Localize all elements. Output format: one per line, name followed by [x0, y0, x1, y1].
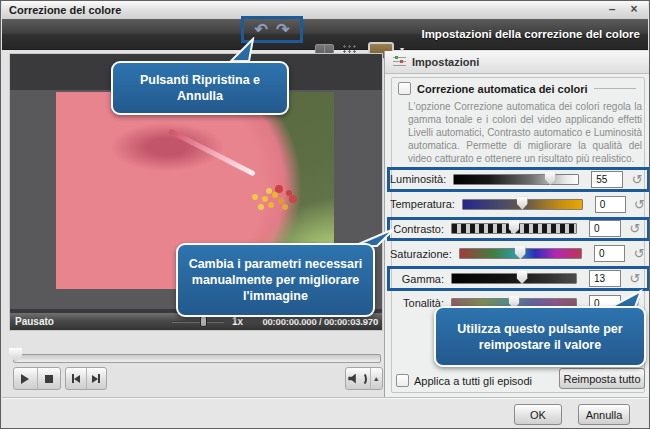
apply-all-row: Applica a tutti gli episodi: [396, 374, 532, 387]
play-icon: [21, 374, 29, 384]
volume-popup-button[interactable]: ▲: [371, 368, 382, 389]
callout-undo-redo: Pulsanti Ripristina e Annulla: [111, 61, 289, 115]
dialog-footer: OK Annulla: [2, 397, 648, 429]
flower-pistil: [168, 128, 256, 176]
time-separator: /: [317, 316, 324, 327]
slider-track[interactable]: [451, 273, 577, 284]
settings-icon: [393, 57, 406, 68]
callout-reset: Utilizza questo pulsante per reimpostare…: [434, 306, 646, 367]
volume-button[interactable]: [346, 368, 371, 389]
reset-all-button[interactable]: Reimposta tutto: [559, 368, 645, 389]
slider-row-brightness: Luminosità:55↺: [387, 167, 650, 192]
apply-all-checkbox[interactable]: [396, 374, 409, 387]
slider-row-temperature: Temperatura:0↺: [387, 192, 650, 217]
auto-correction-row: Correzione automatica dei colori: [398, 82, 642, 95]
window-title: Correzione del colore: [2, 4, 121, 16]
callout-text: Utilizza questo pulsante per reimpostare…: [446, 321, 634, 353]
slider-track[interactable]: [451, 223, 577, 234]
slider-label: Temperatura:: [390, 198, 455, 210]
slider-row-gamma: Gamma:13↺: [387, 266, 650, 291]
slider-thumb[interactable]: [517, 197, 528, 210]
slider-track[interactable]: [459, 248, 582, 259]
slider-thumb[interactable]: [545, 172, 556, 185]
time-current: 00:00:00.000: [262, 316, 316, 327]
callout-text: Cambia i parametri necessari manualmente…: [186, 256, 365, 304]
undo-icon[interactable]: ↶: [255, 22, 268, 38]
time-total: 00:00:03.970: [324, 316, 378, 327]
slider-value-input[interactable]: 0: [594, 245, 625, 262]
toolbar: ▾ Impostazioni della correzione del colo…: [2, 19, 648, 50]
slider-thumb[interactable]: [515, 246, 526, 259]
slider-track[interactable]: [462, 199, 583, 210]
auto-correction-label: Correzione automatica dei colori: [417, 83, 588, 95]
slider-reset-button[interactable]: ↺: [627, 222, 643, 235]
slider-row-contrast: Contrasto:0↺: [387, 217, 650, 242]
cancel-button[interactable]: Annulla: [578, 404, 630, 425]
slider-label: Contrasto:: [390, 223, 444, 235]
slider-reset-button[interactable]: ↺: [631, 247, 647, 260]
speed-value: 1x: [232, 316, 243, 327]
callout-text: Pulsanti Ripristina e Annulla: [125, 72, 275, 104]
toolbar-heading: Impostazioni della correzione del colore: [421, 19, 640, 49]
frame-step-group: [65, 367, 107, 390]
divider: [594, 88, 636, 89]
settings-header: Impostazioni: [385, 51, 650, 74]
seek-area: [9, 348, 383, 364]
apply-all-label: Applica a tutti gli episodi: [414, 375, 532, 387]
slider-thumb[interactable]: [509, 221, 520, 234]
title-bar[interactable]: Correzione del colore – ×: [2, 1, 648, 20]
color-correction-dialog: Correzione del colore – × ▾ Impostazioni…: [0, 0, 650, 429]
previous-frame-button[interactable]: [66, 368, 87, 389]
slider-value-input[interactable]: 0: [589, 220, 621, 237]
stop-button[interactable]: [38, 368, 60, 389]
ok-button[interactable]: OK: [514, 404, 562, 425]
auto-correction-description: L'opzione Correzione automatica dei colo…: [408, 100, 642, 165]
callout-arrow-undo-redo: [227, 37, 263, 63]
slider-reset-button[interactable]: ↺: [632, 198, 647, 211]
slider-label: Luminosità:: [390, 173, 446, 185]
time-display: 00:00:00.000 / 00:00:03.970: [262, 316, 378, 327]
seek-slider[interactable]: [13, 354, 381, 363]
next-frame-button[interactable]: [87, 368, 106, 389]
callout-parameters: Cambia i parametri necessari manualmente…: [176, 243, 375, 317]
stop-icon: [45, 375, 53, 383]
slider-reset-button[interactable]: ↺: [629, 173, 645, 186]
slider-value-input[interactable]: 55: [591, 171, 623, 188]
play-button[interactable]: [14, 368, 38, 389]
slider-track[interactable]: [453, 174, 579, 185]
slider-value-input[interactable]: 13: [589, 270, 621, 287]
slider-reset-button[interactable]: ↺: [627, 272, 643, 285]
slider-value-input[interactable]: 0: [595, 196, 626, 213]
settings-header-label: Impostazioni: [412, 56, 479, 68]
play-stop-group: [13, 367, 61, 390]
flower-pollen: [252, 194, 258, 200]
playback-status: Pausato: [10, 316, 54, 327]
speed-slider-thumb[interactable]: [200, 316, 207, 327]
auto-correction-checkbox[interactable]: [398, 82, 411, 95]
slider-row-saturation: Saturazione:0↺: [387, 241, 650, 266]
minimize-button[interactable]: –: [604, 2, 620, 16]
slider-thumb[interactable]: [517, 271, 528, 284]
volume-group: ▲: [345, 367, 383, 390]
slider-label: Saturazione:: [390, 248, 452, 260]
slider-label: Gamma:: [390, 273, 444, 285]
redo-icon[interactable]: ↷: [276, 22, 289, 38]
transport-controls: ▲: [9, 367, 383, 390]
speed-slider[interactable]: [172, 321, 224, 323]
close-button[interactable]: ×: [626, 2, 642, 16]
